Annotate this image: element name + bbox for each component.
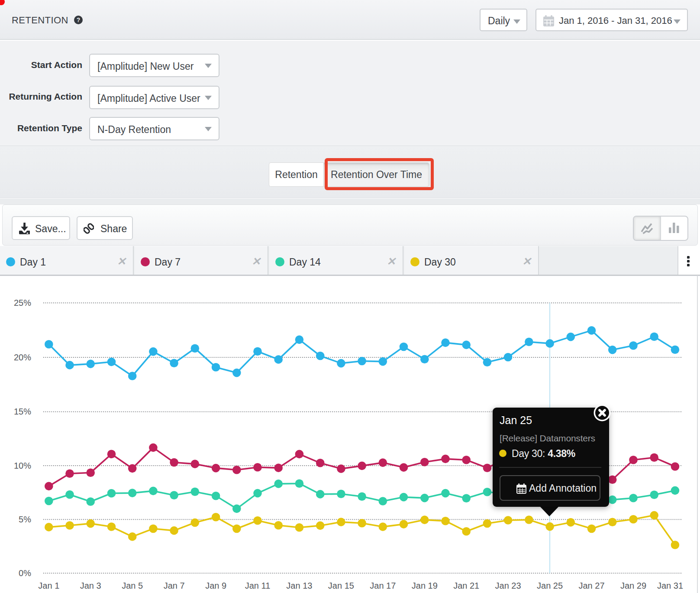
svg-text:25%: 25% [14,298,31,308]
svg-text:5%: 5% [19,515,31,524]
svg-text:Jan 19: Jan 19 [412,581,438,590]
svg-text:?: ? [77,16,81,23]
svg-text:Jan 13: Jan 13 [286,581,312,590]
svg-text:10%: 10% [14,461,31,470]
svg-text:20%: 20% [14,353,31,362]
svg-text:Jan 17: Jan 17 [370,581,396,590]
svg-text:Jan 9: Jan 9 [205,581,226,590]
svg-text:Jan 21: Jan 21 [453,581,479,590]
svg-text:0%: 0% [19,568,31,578]
svg-text:Jan 15: Jan 15 [328,581,354,590]
svg-text:Jan 27: Jan 27 [578,581,604,590]
svg-text:Jan 31: Jan 31 [657,581,683,590]
svg-text:Jan 3: Jan 3 [80,581,101,590]
svg-text:Jan 29: Jan 29 [620,581,646,590]
svg-text:Jan 5: Jan 5 [122,581,143,590]
svg-text:Jan 11: Jan 11 [245,581,271,590]
svg-text:Jan 1: Jan 1 [38,581,59,590]
svg-text:15%: 15% [14,407,31,416]
svg-text:Jan 23: Jan 23 [495,581,521,590]
svg-text:Jan 7: Jan 7 [164,581,185,590]
svg-text:Jan 25: Jan 25 [537,581,563,590]
